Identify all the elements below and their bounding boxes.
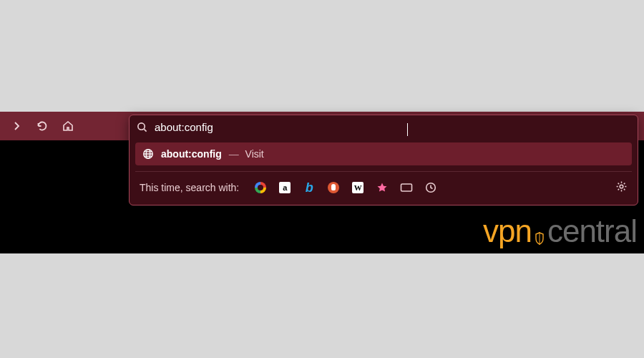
engine-amazon[interactable] bbox=[278, 180, 292, 195]
urlbar-input-row[interactable] bbox=[130, 115, 638, 138]
urlbar-dropdown: about:config — Visit This time, search w… bbox=[129, 115, 638, 205]
watermark-part2: central bbox=[547, 213, 637, 249]
globe-icon bbox=[142, 148, 154, 160]
watermark-shield-icon bbox=[533, 229, 546, 242]
svg-point-5 bbox=[620, 185, 623, 188]
search-engines-row: This time, search with: bbox=[130, 172, 638, 205]
browser-region: about:config — Visit This time, search w… bbox=[0, 112, 644, 253]
watermark-logo: vpn central bbox=[483, 213, 637, 249]
engine-bookmarks[interactable] bbox=[375, 180, 389, 195]
search-settings-button[interactable] bbox=[615, 180, 628, 195]
suggestion-action: Visit bbox=[245, 148, 264, 160]
bookmarks-star-icon bbox=[376, 182, 388, 193]
arrow-right-icon bbox=[11, 120, 22, 132]
engine-google[interactable] bbox=[253, 180, 268, 195]
address-bar-input[interactable] bbox=[155, 121, 630, 133]
suggestion-separator: — bbox=[229, 148, 238, 160]
engine-history[interactable] bbox=[424, 180, 438, 195]
search-icon bbox=[137, 122, 147, 132]
tabs-icon bbox=[400, 183, 413, 193]
suggestions-list: about:config — Visit bbox=[130, 138, 638, 165]
google-icon bbox=[255, 182, 266, 193]
watermark-part1: vpn bbox=[483, 213, 532, 249]
home-button[interactable] bbox=[57, 115, 79, 137]
duckduckgo-icon bbox=[328, 182, 339, 193]
suggestion-text: about:config bbox=[161, 148, 222, 160]
svg-rect-3 bbox=[401, 184, 412, 191]
gear-icon bbox=[615, 180, 628, 193]
reload-button[interactable] bbox=[31, 115, 53, 137]
svg-point-0 bbox=[138, 122, 145, 129]
wikipedia-icon bbox=[352, 182, 364, 193]
suggestion-visit[interactable]: about:config — Visit bbox=[135, 142, 632, 165]
engine-tabs[interactable] bbox=[399, 180, 414, 195]
forward-button[interactable] bbox=[6, 115, 27, 137]
engines-label: This time, search with: bbox=[140, 182, 239, 193]
reload-icon bbox=[36, 120, 48, 132]
engine-duckduckgo[interactable] bbox=[326, 180, 341, 195]
history-icon bbox=[425, 182, 436, 193]
home-icon bbox=[62, 120, 74, 132]
bing-icon bbox=[306, 180, 313, 195]
text-cursor bbox=[407, 123, 408, 136]
amazon-icon bbox=[279, 182, 291, 193]
engine-bing[interactable] bbox=[302, 180, 316, 195]
engine-wikipedia[interactable] bbox=[351, 180, 365, 195]
